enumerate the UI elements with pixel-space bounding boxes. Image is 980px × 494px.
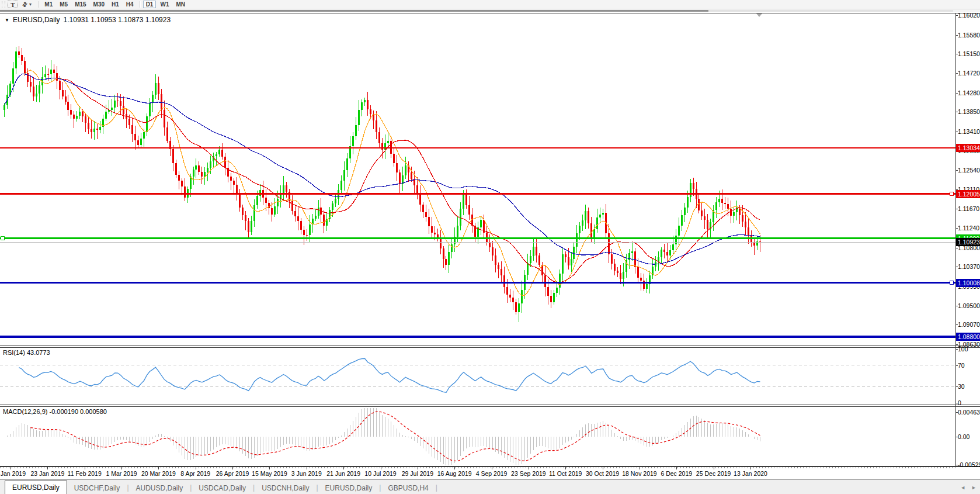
date-axis-tick bbox=[196, 467, 196, 469]
date-axis-label: 4 Jan 2019 bbox=[0, 470, 26, 477]
chart-tab-usdcad-daily[interactable]: USDCAD,Daily bbox=[192, 482, 253, 494]
current-price-line bbox=[0, 242, 955, 243]
date-axis-label: 23 Sep 2019 bbox=[511, 470, 546, 477]
toolbar-grip[interactable] bbox=[2, 1, 5, 8]
price-axis-tick-label: 1.09070 bbox=[958, 321, 980, 328]
toolbar-separator bbox=[140, 1, 140, 8]
date-axis-label: 11 Feb 2019 bbox=[68, 470, 102, 477]
date-axis: 4 Jan 201923 Jan 201911 Feb 20191 Mar 20… bbox=[0, 467, 980, 479]
date-axis-label: 4 Sep 2019 bbox=[476, 470, 508, 477]
chart-tab-usdchf-daily[interactable]: USDCHF,Daily bbox=[67, 482, 127, 494]
date-axis-label: 10 Jul 2019 bbox=[364, 470, 396, 477]
date-axis-tick bbox=[454, 467, 455, 469]
date-axis-tick bbox=[121, 467, 122, 469]
chart-scrollbar-track[interactable] bbox=[0, 10, 953, 12]
timeframe-button-m30[interactable]: M30 bbox=[91, 1, 107, 8]
chart-scrollbar bbox=[0, 9, 980, 12]
date-axis-tick bbox=[640, 467, 640, 469]
text-tool-button[interactable]: T bbox=[8, 1, 18, 8]
date-axis-label: 1 Mar 2019 bbox=[106, 470, 137, 477]
date-axis-tick bbox=[676, 467, 677, 469]
price-level-line[interactable] bbox=[0, 237, 955, 239]
timeframe-button-d1[interactable]: D1 bbox=[143, 1, 157, 8]
macd-label: MACD(12,26,9) -0.000190 0.000580 bbox=[3, 408, 107, 415]
chart-tab-eurusd-daily[interactable]: EURUSD,Daily bbox=[5, 481, 67, 494]
price-axis-tick-label: 1.13850 bbox=[958, 108, 980, 115]
rsi-label: RSI(14) 43.0773 bbox=[3, 349, 50, 356]
date-axis-label: 3 Jun 2019 bbox=[291, 470, 322, 477]
level-line-handle[interactable] bbox=[950, 281, 954, 285]
date-axis-label: 26 Apr 2019 bbox=[216, 470, 249, 477]
macd-panel[interactable] bbox=[0, 407, 955, 466]
timeframe-button-w1[interactable]: W1 bbox=[157, 1, 172, 8]
date-axis-label: 21 Jun 2019 bbox=[326, 470, 360, 477]
date-axis-tick bbox=[85, 467, 85, 469]
tab-scroll-left-icon[interactable]: ◄ bbox=[960, 485, 965, 490]
symbol-dropdown-icon[interactable]: ▼ bbox=[5, 18, 9, 23]
price-axis-tick-label: 1.09500 bbox=[958, 302, 980, 309]
macd-axis-tick-label: 0.00463 bbox=[958, 409, 980, 416]
chart-tab-usdcnh-daily[interactable]: USDCNH,Daily bbox=[255, 482, 316, 494]
rsi-axis-tick-label: 100 bbox=[958, 346, 968, 353]
cursor-tool-button[interactable]: ⇄ ▼ bbox=[19, 1, 35, 8]
date-axis-tick bbox=[158, 467, 159, 469]
timeframe-button-h1[interactable]: H1 bbox=[109, 1, 122, 8]
price-level-line[interactable] bbox=[0, 336, 955, 338]
level-price-tag: 1.13034 bbox=[956, 144, 980, 152]
price-axis-tick-label: 1.15580 bbox=[958, 32, 980, 39]
date-axis-label: 11 Oct 2019 bbox=[549, 470, 582, 477]
date-axis-tick bbox=[492, 467, 492, 469]
timeframe-button-m15[interactable]: M15 bbox=[72, 1, 89, 8]
macd-axis-tick-label: 0.00 bbox=[958, 433, 969, 440]
tab-separator: | bbox=[436, 483, 437, 492]
level-price-tag: 1.08800 bbox=[956, 333, 980, 341]
price-level-line[interactable] bbox=[0, 147, 955, 148]
tab-scroll-right-icon[interactable]: ► bbox=[971, 485, 976, 490]
crosshair-icon: ⇄ bbox=[20, 1, 29, 9]
chart-shift-marker[interactable] bbox=[756, 13, 762, 17]
level-price-tag: 1.12005 bbox=[956, 190, 980, 198]
level-line-handle[interactable] bbox=[950, 192, 954, 196]
date-axis-label: 25 Dec 2019 bbox=[696, 470, 731, 477]
timeframe-button-m1[interactable]: M1 bbox=[41, 1, 55, 8]
price-axis-tick-label: 1.11670 bbox=[958, 205, 979, 212]
date-axis-tick bbox=[343, 467, 344, 469]
price-axis-tick-label: 1.14720 bbox=[958, 70, 980, 77]
toolbar-separator bbox=[38, 1, 39, 8]
timeframe-button-mn[interactable]: MN bbox=[173, 1, 188, 8]
date-axis-tick bbox=[603, 467, 603, 469]
timeframe-toolbar: T ⇄ ▼ M1M5M15M30H1H4D1W1MN bbox=[0, 0, 980, 9]
chart-tab-audusd-daily[interactable]: AUDUSD,Daily bbox=[129, 482, 190, 494]
date-axis-label: 15 May 2019 bbox=[252, 470, 287, 477]
date-axis-label: 16 Aug 2019 bbox=[437, 470, 472, 477]
date-axis-tick bbox=[565, 467, 566, 469]
date-axis-tick bbox=[307, 467, 307, 469]
date-axis-label: 30 Oct 2019 bbox=[586, 470, 619, 477]
date-axis-label: 8 Apr 2019 bbox=[180, 470, 210, 477]
chart-tab-gbpusd-h4[interactable]: GBPUSD,H4 bbox=[381, 482, 435, 494]
rsi-panel[interactable] bbox=[0, 348, 955, 404]
chart-ohlc-values: 1.10931 1.10953 1.10873 1.10923 bbox=[64, 16, 171, 24]
chevron-down-icon: ▼ bbox=[28, 2, 32, 6]
date-axis-tick bbox=[381, 467, 381, 469]
chart-scrollbar-thumb[interactable] bbox=[0, 10, 708, 12]
date-axis-tick bbox=[750, 467, 751, 469]
rsi-axis-tick-label: 30 bbox=[958, 383, 965, 390]
chart-tab-eurusd-daily[interactable]: EURUSD,Daily bbox=[318, 482, 380, 494]
date-axis-minor-ticks bbox=[0, 467, 955, 468]
price-level-line[interactable] bbox=[0, 282, 955, 284]
date-axis-label: 13 Jan 2020 bbox=[734, 470, 767, 477]
price-axis-tick-label: 1.16020 bbox=[958, 12, 980, 19]
level-line-handle[interactable] bbox=[1, 236, 5, 240]
rsi-axis-tick-label: 0 bbox=[958, 399, 961, 406]
date-axis-tick bbox=[418, 467, 418, 469]
main-chart-plot[interactable] bbox=[0, 13, 955, 346]
trading-terminal-window: T ⇄ ▼ M1M5M15M30H1H4D1W1MN ▼ EURUSD,Dail… bbox=[0, 0, 980, 494]
level-price-tag: 1.10008 bbox=[956, 279, 980, 287]
timeframe-button-h4[interactable]: H4 bbox=[123, 1, 137, 8]
price-axis-tick-label: 1.15150 bbox=[958, 50, 980, 57]
date-axis-label: 18 Nov 2019 bbox=[622, 470, 657, 477]
timeframe-button-m5[interactable]: M5 bbox=[57, 1, 71, 8]
price-level-line[interactable] bbox=[0, 193, 955, 195]
date-axis-tick bbox=[11, 467, 11, 469]
